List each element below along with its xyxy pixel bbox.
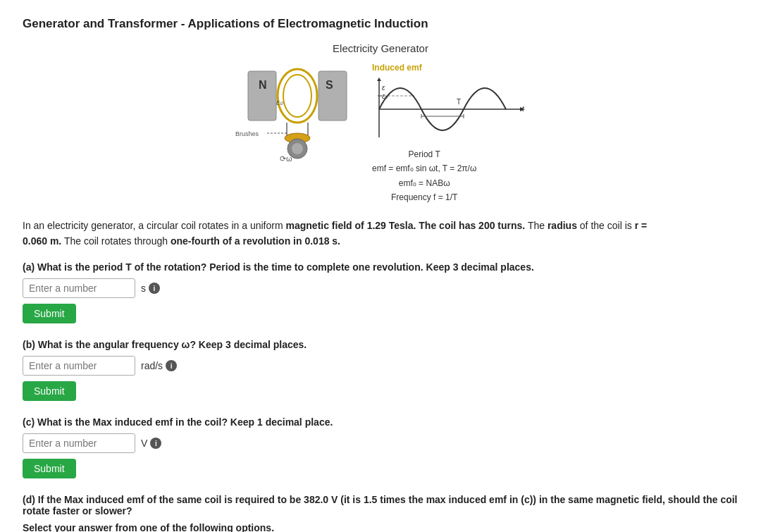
part-d-section: (d) If the Max induced emf of the same c… bbox=[23, 494, 738, 532]
diagram-section: Electricity Generator N S bbox=[23, 42, 738, 205]
svg-text:N: N bbox=[259, 79, 267, 91]
part-b-input[interactable] bbox=[23, 356, 135, 376]
emf-graph: ε ε₀ t T bbox=[372, 74, 527, 144]
part-a-label: (a) What is the period T of the rotation… bbox=[23, 261, 738, 273]
formula-emf-eq: emf = emf₀ sin ωt, T = 2π/ω bbox=[372, 161, 476, 175]
svg-text:ε: ε bbox=[382, 84, 385, 92]
part-a-info-icon[interactable]: i bbox=[149, 283, 160, 294]
part-b-section: (b) What is the angular frequency ω? Kee… bbox=[23, 339, 738, 401]
svg-text:t: t bbox=[522, 105, 525, 113]
part-c-section: (c) What is the Max induced emf in the c… bbox=[23, 416, 738, 478]
svg-text:T: T bbox=[457, 98, 461, 106]
generator-illustration: N S ⟳ω Brushes ε₀ bbox=[234, 57, 361, 163]
part-b-label: (b) What is the angular frequency ω? Kee… bbox=[23, 339, 738, 350]
diagram-box: Electricity Generator N S bbox=[234, 42, 527, 205]
part-c-info-icon[interactable]: i bbox=[150, 438, 161, 449]
problem-intro: In an electricity generator, a circular … bbox=[23, 218, 657, 249]
part-d-label: (d) If the Max induced emf of the same c… bbox=[23, 494, 738, 516]
part-c-input[interactable] bbox=[23, 433, 135, 453]
page-title: Generator and Transformer - Applications… bbox=[23, 17, 738, 31]
part-a-submit[interactable]: Submit bbox=[23, 304, 76, 323]
part-b-info-icon[interactable]: i bbox=[166, 360, 177, 371]
svg-point-5 bbox=[283, 75, 311, 117]
part-b-unit: rad/s i bbox=[141, 360, 177, 371]
svg-text:⟳ω: ⟳ω bbox=[280, 154, 292, 163]
induced-emf-label: Induced emf bbox=[372, 63, 422, 73]
part-c-unit: V i bbox=[141, 438, 161, 449]
part-c-submit[interactable]: Submit bbox=[23, 459, 76, 478]
part-b-input-row: rad/s i bbox=[23, 356, 738, 376]
svg-marker-18 bbox=[377, 78, 381, 81]
graph-area: Induced emf ε ε₀ t bbox=[372, 57, 527, 205]
part-d-sub-question: Select your answer from one of the follo… bbox=[23, 522, 738, 532]
part-a-section: (a) What is the period T of the rotation… bbox=[23, 261, 738, 323]
formulas: Period T emf = emf₀ sin ωt, T = 2π/ω emf… bbox=[372, 147, 476, 205]
svg-text:ε₀: ε₀ bbox=[276, 98, 283, 106]
part-b-submit[interactable]: Submit bbox=[23, 381, 76, 401]
part-c-input-row: V i bbox=[23, 433, 738, 453]
part-a-unit: s i bbox=[141, 283, 160, 294]
part-c-label: (c) What is the Max induced emf in the c… bbox=[23, 416, 738, 428]
formula-period-label: Period T bbox=[372, 147, 476, 161]
formula-freq-eq: Frequency f = 1/T bbox=[372, 190, 476, 204]
diagram-title: Electricity Generator bbox=[234, 42, 527, 54]
part-a-input[interactable] bbox=[23, 278, 135, 298]
svg-text:Brushes: Brushes bbox=[235, 130, 259, 137]
formula-emf0-eq: emf₀ = NABω bbox=[372, 176, 476, 190]
svg-text:S: S bbox=[326, 79, 333, 91]
svg-point-10 bbox=[292, 143, 303, 154]
part-a-input-row: s i bbox=[23, 278, 738, 298]
